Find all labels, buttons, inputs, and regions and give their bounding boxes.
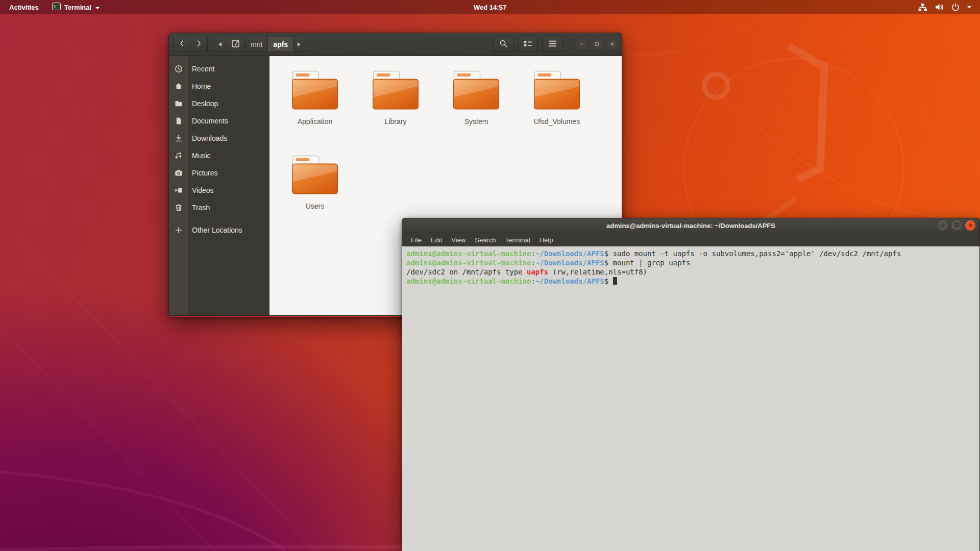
sidebar-item-label: Documents [188,117,228,125]
terminal-output[interactable]: admins@admins-virtual-machine:~/Download… [402,246,980,551]
caret-down-icon [967,6,972,9]
sidebar-item-label: Music [188,152,211,160]
sidebar-item-label: Trash [188,204,210,212]
desktop-icon [169,99,188,108]
sidebar-item-label: Desktop [188,99,218,108]
power-icon [951,3,960,11]
folder-icon [290,69,339,113]
folder-name: Users [306,202,325,210]
menu-search[interactable]: Search [470,236,500,244]
minimize-icon [940,221,946,230]
sidebar-item-recent[interactable]: Recent [169,60,270,78]
activities-button[interactable]: Activities [9,4,39,11]
sidebar-item-label: Other Locations [188,226,242,234]
path-scroll-right-button[interactable] [293,37,305,52]
folder-icon [290,154,339,198]
folder-name: Ufsd_Volumes [534,117,580,126]
menu-file[interactable]: File [406,236,426,244]
view-list-icon [524,40,532,49]
folder-item-users[interactable]: Users [275,154,355,239]
music-icon [169,152,188,160]
app-menu-label: Terminal [64,4,91,11]
divider [570,38,570,51]
search-icon [499,39,508,50]
system-status-area[interactable] [918,3,980,12]
search-button[interactable] [493,37,513,52]
drive-icon [231,39,240,49]
terminal-app-icon [52,3,61,12]
folder-icon [371,69,420,113]
terminal-line: /dev/sdc2 on /mnt/apfs type uapfs (rw,re… [406,267,978,277]
network-icon [918,3,927,12]
minimize-button[interactable] [938,220,948,231]
menu-button[interactable] [542,37,562,52]
clock[interactable]: Wed 14:57 [0,4,980,11]
maximize-icon [594,40,600,49]
terminal-menubar: FileEditViewSearchTerminalHelp [402,233,980,246]
menu-view[interactable]: View [447,236,470,244]
sidebar-item-label: Videos [188,186,214,194]
back-button[interactable] [173,37,190,52]
documents-icon [169,117,188,125]
files-headerbar: mnt apfs [168,33,622,56]
path-segment-apfs[interactable]: apfs [268,37,293,52]
folder-icon [532,69,581,113]
videos-icon [169,186,188,194]
terminal-line: admins@admins-virtual-machine:~/Download… [406,249,978,258]
folder-name: System [464,117,488,126]
terminal-cursor [613,277,617,285]
sidebar-item-downloads[interactable]: Downloads [169,130,270,147]
terminal-line: admins@admins-virtual-machine:~/Download… [406,258,978,267]
sidebar-item-music[interactable]: Music [169,147,270,164]
sidebar-item-videos[interactable]: Videos [169,182,270,199]
maximize-button[interactable] [592,39,602,50]
menu-edit[interactable]: Edit [426,236,447,244]
sidebar-item-trash[interactable]: Trash [169,199,270,216]
pictures-icon [169,169,188,177]
close-icon [968,221,973,230]
triangle-right-icon [297,40,301,48]
terminal-window: admins@admins-virtual-machine: ~/Downloa… [402,218,980,551]
minimize-button[interactable] [576,39,587,50]
view-toggle-button[interactable] [518,37,538,52]
app-menu-terminal[interactable]: Terminal [52,3,100,12]
folder-item-application[interactable]: Application [275,69,355,154]
forward-button[interactable] [190,37,208,52]
sidebar-item-label: Home [188,82,211,90]
close-button[interactable] [607,39,618,50]
path-scroll-left-button[interactable] [214,37,226,52]
close-button[interactable] [965,220,975,231]
folder-icon [452,69,501,113]
sidebar-item-desktop[interactable]: Desktop [169,95,270,112]
path-root-drive-button[interactable] [226,37,246,52]
sidebar-item-documents[interactable]: Documents [169,112,270,130]
maximize-icon [954,221,960,230]
recent-icon [169,65,188,73]
sidebar-item-other-locations[interactable]: Other Locations [169,221,270,239]
chevron-left-icon [179,40,184,49]
close-icon [609,40,615,49]
sidebar-item-home[interactable]: Home [169,78,270,95]
chevron-right-icon [197,40,202,49]
menu-terminal[interactable]: Terminal [501,236,535,244]
path-segment-mnt[interactable]: mnt [246,37,268,52]
terminal-titlebar[interactable]: admins@admins-virtual-machine: ~/Downloa… [402,218,980,233]
caret-down-icon [95,4,100,11]
folder-item-library[interactable]: Library [355,69,436,154]
folder-item-ufsd_volumes[interactable]: Ufsd_Volumes [517,69,597,154]
folder-name: Application [298,117,333,126]
trash-icon [169,204,188,212]
volume-icon [935,3,944,11]
sidebar-item-label: Downloads [188,134,227,142]
sidebar-item-pictures[interactable]: Pictures [169,164,270,182]
files-sidebar: RecentHomeDesktopDocumentsDownloadsMusic… [169,56,270,315]
minimize-icon [579,40,584,49]
folder-item-system[interactable]: System [436,69,517,154]
sidebar-item-label: Pictures [188,169,218,177]
maximize-button[interactable] [951,220,962,231]
sidebar-item-label: Recent [188,65,214,73]
folder-name: Library [385,117,407,126]
menu-help[interactable]: Help [535,236,558,244]
downloads-icon [169,134,188,142]
path-bar: mnt apfs [214,37,305,52]
